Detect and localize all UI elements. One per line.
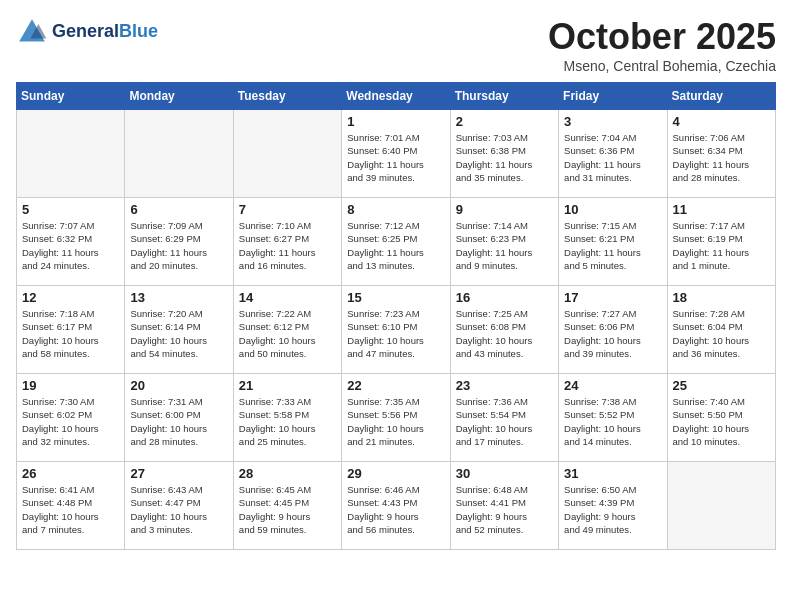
cell-info: Sunrise: 7:03 AM Sunset: 6:38 PM Dayligh… (456, 131, 553, 184)
calendar-cell: 12Sunrise: 7:18 AM Sunset: 6:17 PM Dayli… (17, 286, 125, 374)
calendar-cell: 28Sunrise: 6:45 AM Sunset: 4:45 PM Dayli… (233, 462, 341, 550)
calendar-cell: 19Sunrise: 7:30 AM Sunset: 6:02 PM Dayli… (17, 374, 125, 462)
day-number: 17 (564, 290, 661, 305)
cell-info: Sunrise: 7:18 AM Sunset: 6:17 PM Dayligh… (22, 307, 119, 360)
day-number: 10 (564, 202, 661, 217)
calendar-table: SundayMondayTuesdayWednesdayThursdayFrid… (16, 82, 776, 550)
cell-info: Sunrise: 7:04 AM Sunset: 6:36 PM Dayligh… (564, 131, 661, 184)
day-number: 13 (130, 290, 227, 305)
calendar-cell: 18Sunrise: 7:28 AM Sunset: 6:04 PM Dayli… (667, 286, 775, 374)
calendar-cell: 20Sunrise: 7:31 AM Sunset: 6:00 PM Dayli… (125, 374, 233, 462)
calendar-week-row: 1Sunrise: 7:01 AM Sunset: 6:40 PM Daylig… (17, 110, 776, 198)
col-header-thursday: Thursday (450, 83, 558, 110)
cell-info: Sunrise: 6:41 AM Sunset: 4:48 PM Dayligh… (22, 483, 119, 536)
calendar-week-row: 5Sunrise: 7:07 AM Sunset: 6:32 PM Daylig… (17, 198, 776, 286)
cell-info: Sunrise: 6:50 AM Sunset: 4:39 PM Dayligh… (564, 483, 661, 536)
day-number: 6 (130, 202, 227, 217)
day-number: 28 (239, 466, 336, 481)
cell-info: Sunrise: 7:31 AM Sunset: 6:00 PM Dayligh… (130, 395, 227, 448)
cell-info: Sunrise: 7:23 AM Sunset: 6:10 PM Dayligh… (347, 307, 444, 360)
day-number: 22 (347, 378, 444, 393)
cell-info: Sunrise: 7:27 AM Sunset: 6:06 PM Dayligh… (564, 307, 661, 360)
calendar-cell: 24Sunrise: 7:38 AM Sunset: 5:52 PM Dayli… (559, 374, 667, 462)
day-number: 31 (564, 466, 661, 481)
col-header-wednesday: Wednesday (342, 83, 450, 110)
calendar-cell: 10Sunrise: 7:15 AM Sunset: 6:21 PM Dayli… (559, 198, 667, 286)
col-header-monday: Monday (125, 83, 233, 110)
calendar-cell: 23Sunrise: 7:36 AM Sunset: 5:54 PM Dayli… (450, 374, 558, 462)
title-block: October 2025 Mseno, Central Bohemia, Cze… (548, 16, 776, 74)
cell-info: Sunrise: 7:14 AM Sunset: 6:23 PM Dayligh… (456, 219, 553, 272)
calendar-cell: 31Sunrise: 6:50 AM Sunset: 4:39 PM Dayli… (559, 462, 667, 550)
cell-info: Sunrise: 7:10 AM Sunset: 6:27 PM Dayligh… (239, 219, 336, 272)
day-number: 24 (564, 378, 661, 393)
day-number: 9 (456, 202, 553, 217)
logo-icon (16, 16, 48, 48)
cell-info: Sunrise: 7:20 AM Sunset: 6:14 PM Dayligh… (130, 307, 227, 360)
calendar-cell (125, 110, 233, 198)
cell-info: Sunrise: 7:28 AM Sunset: 6:04 PM Dayligh… (673, 307, 770, 360)
day-number: 7 (239, 202, 336, 217)
cell-info: Sunrise: 7:06 AM Sunset: 6:34 PM Dayligh… (673, 131, 770, 184)
cell-info: Sunrise: 7:22 AM Sunset: 6:12 PM Dayligh… (239, 307, 336, 360)
calendar-cell: 27Sunrise: 6:43 AM Sunset: 4:47 PM Dayli… (125, 462, 233, 550)
col-header-sunday: Sunday (17, 83, 125, 110)
cell-info: Sunrise: 7:40 AM Sunset: 5:50 PM Dayligh… (673, 395, 770, 448)
calendar-cell: 22Sunrise: 7:35 AM Sunset: 5:56 PM Dayli… (342, 374, 450, 462)
calendar-cell: 3Sunrise: 7:04 AM Sunset: 6:36 PM Daylig… (559, 110, 667, 198)
calendar-cell: 11Sunrise: 7:17 AM Sunset: 6:19 PM Dayli… (667, 198, 775, 286)
cell-info: Sunrise: 7:12 AM Sunset: 6:25 PM Dayligh… (347, 219, 444, 272)
calendar-week-row: 12Sunrise: 7:18 AM Sunset: 6:17 PM Dayli… (17, 286, 776, 374)
calendar-week-row: 19Sunrise: 7:30 AM Sunset: 6:02 PM Dayli… (17, 374, 776, 462)
col-header-friday: Friday (559, 83, 667, 110)
day-number: 11 (673, 202, 770, 217)
cell-info: Sunrise: 7:09 AM Sunset: 6:29 PM Dayligh… (130, 219, 227, 272)
day-number: 26 (22, 466, 119, 481)
calendar-cell (233, 110, 341, 198)
cell-info: Sunrise: 6:46 AM Sunset: 4:43 PM Dayligh… (347, 483, 444, 536)
cell-info: Sunrise: 7:15 AM Sunset: 6:21 PM Dayligh… (564, 219, 661, 272)
calendar-cell: 6Sunrise: 7:09 AM Sunset: 6:29 PM Daylig… (125, 198, 233, 286)
cell-info: Sunrise: 6:48 AM Sunset: 4:41 PM Dayligh… (456, 483, 553, 536)
cell-info: Sunrise: 6:43 AM Sunset: 4:47 PM Dayligh… (130, 483, 227, 536)
cell-info: Sunrise: 7:25 AM Sunset: 6:08 PM Dayligh… (456, 307, 553, 360)
logo: GeneralBlue (16, 16, 158, 48)
day-number: 18 (673, 290, 770, 305)
day-number: 27 (130, 466, 227, 481)
location: Mseno, Central Bohemia, Czechia (548, 58, 776, 74)
day-number: 23 (456, 378, 553, 393)
day-number: 12 (22, 290, 119, 305)
calendar-cell: 14Sunrise: 7:22 AM Sunset: 6:12 PM Dayli… (233, 286, 341, 374)
day-number: 8 (347, 202, 444, 217)
calendar-cell: 21Sunrise: 7:33 AM Sunset: 5:58 PM Dayli… (233, 374, 341, 462)
calendar-cell: 17Sunrise: 7:27 AM Sunset: 6:06 PM Dayli… (559, 286, 667, 374)
calendar-cell: 2Sunrise: 7:03 AM Sunset: 6:38 PM Daylig… (450, 110, 558, 198)
day-number: 2 (456, 114, 553, 129)
day-number: 1 (347, 114, 444, 129)
calendar-cell: 25Sunrise: 7:40 AM Sunset: 5:50 PM Dayli… (667, 374, 775, 462)
calendar-cell (17, 110, 125, 198)
calendar-cell: 7Sunrise: 7:10 AM Sunset: 6:27 PM Daylig… (233, 198, 341, 286)
calendar-cell: 30Sunrise: 6:48 AM Sunset: 4:41 PM Dayli… (450, 462, 558, 550)
calendar-cell: 1Sunrise: 7:01 AM Sunset: 6:40 PM Daylig… (342, 110, 450, 198)
calendar-cell: 29Sunrise: 6:46 AM Sunset: 4:43 PM Dayli… (342, 462, 450, 550)
day-number: 5 (22, 202, 119, 217)
calendar-cell: 16Sunrise: 7:25 AM Sunset: 6:08 PM Dayli… (450, 286, 558, 374)
logo-text: GeneralBlue (52, 22, 158, 42)
calendar-cell: 9Sunrise: 7:14 AM Sunset: 6:23 PM Daylig… (450, 198, 558, 286)
cell-info: Sunrise: 7:38 AM Sunset: 5:52 PM Dayligh… (564, 395, 661, 448)
cell-info: Sunrise: 7:17 AM Sunset: 6:19 PM Dayligh… (673, 219, 770, 272)
cell-info: Sunrise: 6:45 AM Sunset: 4:45 PM Dayligh… (239, 483, 336, 536)
cell-info: Sunrise: 7:33 AM Sunset: 5:58 PM Dayligh… (239, 395, 336, 448)
cell-info: Sunrise: 7:36 AM Sunset: 5:54 PM Dayligh… (456, 395, 553, 448)
cell-info: Sunrise: 7:01 AM Sunset: 6:40 PM Dayligh… (347, 131, 444, 184)
day-number: 29 (347, 466, 444, 481)
col-header-saturday: Saturday (667, 83, 775, 110)
page-header: GeneralBlue October 2025 Mseno, Central … (16, 16, 776, 74)
day-number: 14 (239, 290, 336, 305)
day-number: 21 (239, 378, 336, 393)
calendar-week-row: 26Sunrise: 6:41 AM Sunset: 4:48 PM Dayli… (17, 462, 776, 550)
calendar-header-row: SundayMondayTuesdayWednesdayThursdayFrid… (17, 83, 776, 110)
cell-info: Sunrise: 7:07 AM Sunset: 6:32 PM Dayligh… (22, 219, 119, 272)
day-number: 19 (22, 378, 119, 393)
